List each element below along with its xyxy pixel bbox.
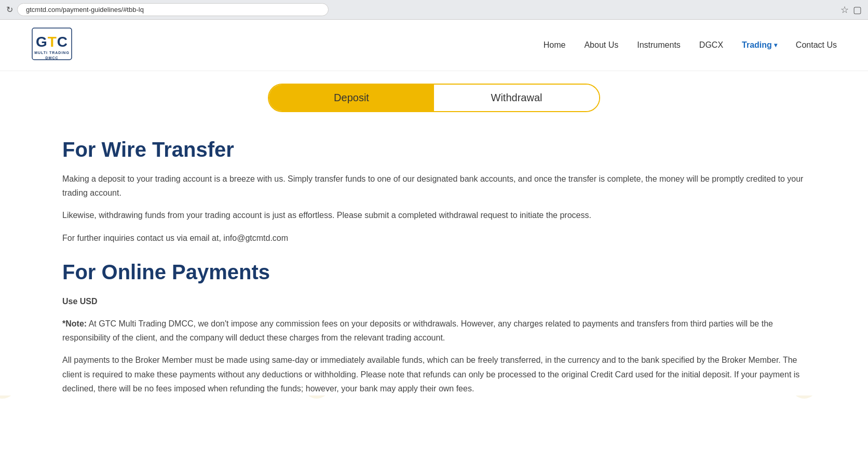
wire-transfer-p2: Likewise, withdrawing funds from your tr… [62,208,806,222]
window-icon[interactable]: ▢ [853,4,862,16]
wire-transfer-body: Making a deposit to your trading account… [62,172,806,245]
nav-home-link[interactable]: Home [544,40,566,49]
star-icon[interactable]: ☆ [840,4,849,16]
browser-bar: ↻ gtcmtd.com/payment-guidelines/#tbb-lq … [0,0,868,20]
wire-transfer-p3: For further inquiries contact us via ema… [62,231,806,245]
refresh-icon[interactable]: ↻ [6,5,13,15]
wire-transfer-section: For Wire Transfer Making a deposit to yo… [62,138,806,245]
wire-transfer-title: For Wire Transfer [62,138,806,161]
online-payments-p2: All payments to the Broker Member must b… [62,353,806,396]
main-content: Deposit Withdrawal For Wire Transfer Mak… [0,71,868,396]
page-wrapper: 🌀 WikiFX 🌀 WikiFX 🌀 WikiFX 🌀 WikiFX 🌀 Wi… [0,20,868,463]
svg-text:DMCC: DMCC [46,56,59,60]
nav-trading-dropdown[interactable]: Trading ▾ [742,40,777,50]
chevron-down-icon: ▾ [774,42,777,49]
nav-instruments[interactable]: Instruments [637,40,681,50]
nav-dgcx-link[interactable]: DGCX [699,40,723,49]
note-text: At GTC Multi Trading DMCC, we don't impo… [62,319,773,342]
withdrawal-tab[interactable]: Withdrawal [434,85,599,111]
tab-switcher: Deposit Withdrawal [62,71,806,122]
online-payments-body: Use USD *Note: At GTC Multi Trading DMCC… [62,294,806,396]
online-payments-title: For Online Payments [62,261,806,284]
nav-trading[interactable]: Trading ▾ [742,40,777,50]
url-bar[interactable]: gtcmtd.com/payment-guidelines/#tbb-lq [17,3,329,16]
nav-instruments-link[interactable]: Instruments [637,40,681,49]
nav-contact[interactable]: Contact Us [796,40,837,50]
nav-about-link[interactable]: About Us [584,40,618,49]
use-usd-label: Use USD [62,294,806,308]
nav-dgcx[interactable]: DGCX [699,40,723,50]
nav-trading-label: Trading [742,40,772,50]
note-paragraph: *Note: At GTC Multi Trading DMCC, we don… [62,317,806,345]
logo-gtc: GTC MULTI TRADING DMCC [31,27,73,63]
nav-links: Home About Us Instruments DGCX Trading ▾… [544,40,837,50]
nav-contact-link[interactable]: Contact Us [796,40,837,49]
navbar: GTC MULTI TRADING DMCC Home About Us Ins… [0,20,868,71]
wire-transfer-p1: Making a deposit to your trading account… [62,172,806,200]
svg-text:MULTI TRADING: MULTI TRADING [34,51,70,55]
nav-home[interactable]: Home [544,40,566,50]
online-payments-section: For Online Payments Use USD *Note: At GT… [62,261,806,396]
deposit-tab[interactable]: Deposit [269,85,434,111]
tab-container: Deposit Withdrawal [268,84,600,112]
logo[interactable]: GTC MULTI TRADING DMCC [31,27,73,63]
nav-about[interactable]: About Us [584,40,618,50]
note-label: *Note: [62,319,87,328]
svg-text:GTC: GTC [36,34,68,50]
